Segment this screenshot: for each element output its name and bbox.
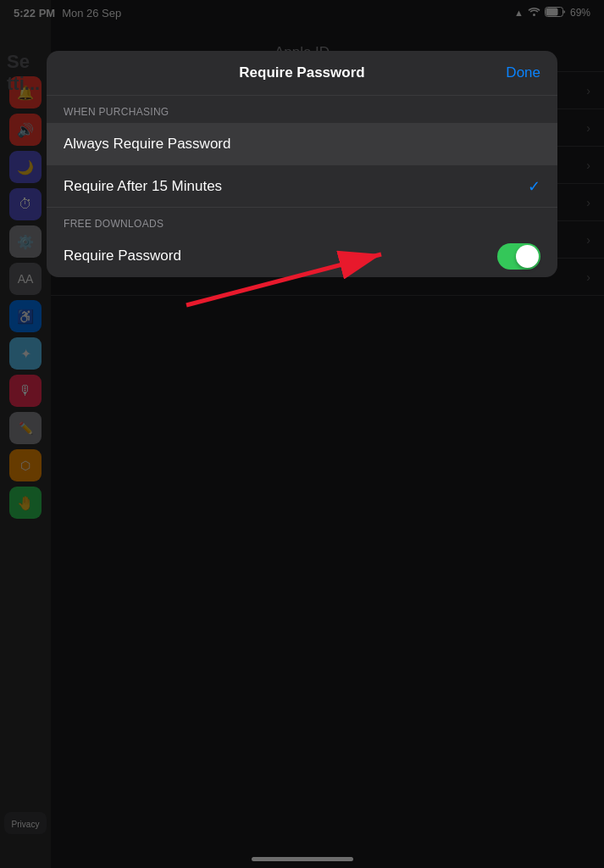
- done-button[interactable]: Done: [506, 64, 540, 81]
- require-password-toggle[interactable]: [497, 243, 540, 270]
- checkmark-icon: ✓: [528, 177, 540, 196]
- always-require-row[interactable]: Always Require Password: [47, 123, 557, 165]
- modal-header: Require Password Done: [47, 51, 557, 96]
- toggle-knob: [516, 245, 539, 268]
- section-free-downloads: FREE DOWNLOADS: [47, 208, 557, 235]
- section-when-purchasing: WHEN PURCHASING: [47, 96, 557, 123]
- home-indicator: [252, 857, 353, 861]
- modal-title: Require Password: [239, 64, 364, 81]
- always-require-label: Always Require Password: [64, 136, 230, 153]
- require-after-15-row[interactable]: Require After 15 Minutes ✓: [47, 165, 557, 208]
- require-after-15-label: Require After 15 Minutes: [64, 178, 222, 195]
- require-password-label: Require Password: [64, 248, 181, 264]
- require-password-modal: Require Password Done WHEN PURCHASING Al…: [47, 51, 557, 277]
- require-password-toggle-row: Require Password: [47, 235, 557, 277]
